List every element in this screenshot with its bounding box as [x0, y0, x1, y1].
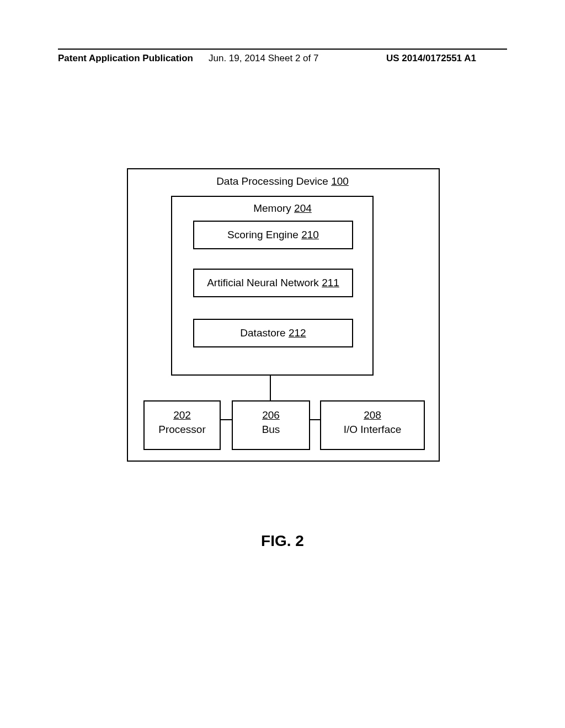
device-ref: 100	[331, 175, 349, 187]
ann-ref: 211	[322, 277, 339, 288]
header-rule	[58, 49, 507, 50]
bus-ref: 206	[262, 409, 280, 421]
scoring-label: Scoring Engine	[227, 229, 301, 240]
memory-title: Memory 204	[0, 202, 565, 215]
bus-label: Bus	[262, 424, 280, 435]
datastore-box: Datastore 212	[193, 319, 353, 347]
bus-to-io-connector	[310, 419, 320, 420]
scoring-ref: 210	[301, 229, 319, 240]
device-title: Data Processing Device 100	[0, 175, 565, 188]
device-label: Data Processing Device	[216, 175, 331, 187]
datastore-label: Datastore	[240, 327, 289, 339]
memory-ref: 204	[294, 202, 312, 214]
io-ref: 208	[364, 409, 381, 421]
header-publication-number: US 2014/0172551 A1	[386, 53, 476, 64]
figure-label: FIG. 2	[0, 532, 565, 550]
processor-box: 202 Processor	[143, 400, 221, 450]
io-interface-box: 208 I/O Interface	[320, 400, 425, 450]
processor-to-bus-connector	[221, 419, 232, 420]
processor-ref: 202	[173, 409, 191, 421]
memory-to-bus-connector	[270, 376, 271, 401]
header-publication-type: Patent Application Publication	[58, 53, 193, 64]
scoring-engine-box: Scoring Engine 210	[193, 221, 353, 249]
ann-label: Artificial Neural Network	[207, 277, 322, 288]
memory-label: Memory	[253, 202, 294, 214]
io-label: I/O Interface	[344, 424, 402, 435]
bus-box: 206 Bus	[232, 400, 310, 450]
processor-label: Processor	[158, 424, 206, 435]
artificial-neural-network-box: Artificial Neural Network 211	[193, 269, 353, 297]
header-date-sheet: Jun. 19, 2014 Sheet 2 of 7	[209, 53, 318, 64]
datastore-ref: 212	[289, 327, 306, 339]
